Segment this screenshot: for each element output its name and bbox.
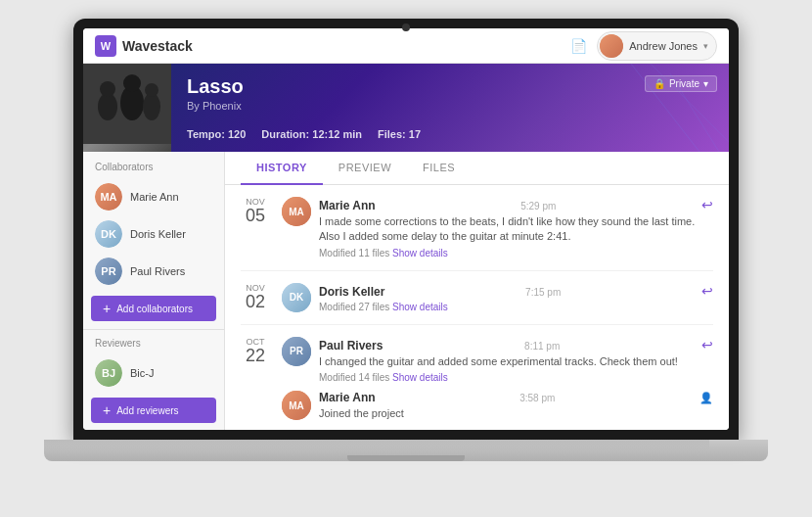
svg-point-6 bbox=[145, 83, 158, 97]
entry-text: I changed the guitar and added some expe… bbox=[319, 354, 713, 369]
reviewer-item-bicj[interactable]: BJ Bic-J bbox=[83, 354, 224, 392]
entry-text: Joined the project bbox=[319, 406, 713, 421]
svg-point-2 bbox=[100, 81, 115, 97]
collab-name: Paul Rivers bbox=[130, 265, 185, 277]
logo-text: Wavestack bbox=[122, 38, 193, 54]
entry-time: 5:29 pm bbox=[520, 201, 556, 212]
avatar bbox=[600, 34, 623, 58]
entries-group: PR Paul Rivers 8:11 pm ↩ bbox=[282, 337, 713, 422]
collab-item-paul[interactable]: PR Paul Rivers bbox=[83, 253, 224, 290]
user-icon: 👤 bbox=[699, 392, 713, 404]
entry-header: Paul Rivers 8:11 pm ↩ bbox=[319, 337, 713, 352]
private-badge[interactable]: 🔒 Private ▾ bbox=[645, 75, 717, 92]
svg-point-4 bbox=[123, 74, 141, 92]
collab-item-marie[interactable]: MA Marie Ann bbox=[83, 178, 224, 215]
project-image bbox=[83, 64, 171, 152]
entry-meta: Modified 11 files Show details bbox=[319, 248, 713, 258]
history-group-nov05: Nov 05 MA Marie Ann 5:29 p bbox=[241, 185, 713, 271]
avatar: BJ bbox=[95, 359, 122, 387]
svg-point-5 bbox=[143, 93, 160, 120]
duration-meta: Duration: 12:12 min bbox=[261, 128, 362, 140]
avatar: PR bbox=[95, 258, 122, 285]
svg-point-3 bbox=[120, 85, 144, 120]
avatar: MA bbox=[95, 183, 122, 211]
project-image-inner bbox=[83, 64, 171, 152]
content-panel: HISTORY PREVIEW FILES Nov 05 bbox=[225, 152, 729, 430]
date-badge: Nov 05 bbox=[241, 197, 270, 258]
avatar: PR bbox=[282, 337, 311, 366]
collaborators-title: Collaborators bbox=[83, 162, 224, 178]
add-reviewers-button[interactable]: + Add reviewers bbox=[91, 398, 216, 423]
history-group-nov02: Nov 02 DK Doris Keller 7:1 bbox=[241, 271, 713, 325]
tab-preview[interactable]: PREVIEW bbox=[323, 152, 407, 185]
entry-header: Marie Ann 5:29 pm ↩ bbox=[319, 197, 713, 212]
entry-name: Marie Ann bbox=[319, 199, 376, 212]
date-badge: Nov 02 bbox=[241, 283, 270, 312]
entry-time: 3:58 pm bbox=[519, 393, 555, 403]
main-content: Collaborators MA Marie Ann DK Doris Kell… bbox=[83, 152, 729, 430]
entry-body: Marie Ann 3:58 pm 👤 Joined the project bbox=[319, 391, 713, 421]
plus-icon: + bbox=[103, 403, 111, 417]
show-details-link[interactable]: Show details bbox=[392, 372, 448, 383]
sync-icon: ↩ bbox=[701, 197, 713, 212]
project-header: Lasso By Phoenix Tempo: 120 Duration: 12… bbox=[83, 64, 729, 152]
tab-history[interactable]: HISTORY bbox=[241, 152, 323, 185]
avatar: MA bbox=[282, 197, 311, 226]
history-entry: PR Paul Rivers 8:11 pm ↩ bbox=[282, 337, 713, 383]
tabs: HISTORY PREVIEW FILES bbox=[225, 152, 729, 185]
entry-name: Marie Ann bbox=[319, 391, 376, 404]
user-badge[interactable]: Andrew Jones ▾ bbox=[597, 31, 717, 61]
laptop-screen: W Wavestack 📄 Andrew Jones ▾ bbox=[83, 28, 729, 430]
bell-icon[interactable]: 📄 bbox=[570, 38, 587, 54]
entry-meta: Modified 14 files Show details bbox=[319, 372, 713, 383]
sidebar-divider bbox=[83, 329, 224, 330]
history-feed: Nov 05 MA Marie Ann 5:29 p bbox=[225, 185, 729, 430]
entry-time: 7:15 pm bbox=[525, 287, 561, 298]
sync-icon: ↩ bbox=[701, 283, 713, 299]
chevron-down-icon: ▾ bbox=[703, 41, 708, 51]
collab-name: Bic-J bbox=[130, 367, 154, 379]
laptop-reflection bbox=[44, 440, 709, 451]
entry-name: Paul Rivers bbox=[319, 339, 383, 352]
laptop-container: W Wavestack 📄 Andrew Jones ▾ bbox=[54, 19, 758, 498]
history-group-oct22: Oct 22 PR bbox=[241, 325, 713, 430]
plus-icon: + bbox=[103, 302, 111, 315]
history-entry: DK Doris Keller 7:15 pm ↩ Modified 27 fi… bbox=[282, 283, 713, 312]
laptop-base bbox=[44, 440, 768, 461]
project-meta: Tempo: 120 Duration: 12:12 min Files: 17 bbox=[187, 128, 713, 140]
avatar: MA bbox=[282, 391, 311, 420]
collab-name: Doris Keller bbox=[130, 228, 186, 240]
date-badge: Oct 22 bbox=[241, 337, 270, 422]
svg-rect-0 bbox=[83, 64, 171, 144]
avatar: DK bbox=[282, 283, 311, 312]
entry-meta: Modified 27 files Show details bbox=[319, 302, 713, 312]
sidebar: Collaborators MA Marie Ann DK Doris Kell… bbox=[83, 152, 225, 430]
history-entry-joined: MA Marie Ann 3:58 pm 👤 bbox=[282, 391, 713, 421]
project-info: Lasso By Phoenix Tempo: 120 Duration: 12… bbox=[171, 64, 729, 152]
show-details-link[interactable]: Show details bbox=[392, 302, 448, 312]
entry-time: 8:11 pm bbox=[524, 341, 560, 352]
add-collaborators-button[interactable]: + Add collaborators bbox=[91, 296, 216, 321]
reviewers-title: Reviewers bbox=[83, 338, 224, 354]
entry-body: Marie Ann 5:29 pm ↩ I made some correcti… bbox=[319, 197, 713, 258]
logo-icon: W bbox=[95, 35, 116, 57]
history-entry: MA Marie Ann 5:29 pm ↩ I made some corre… bbox=[282, 197, 713, 258]
entry-body: Paul Rivers 8:11 pm ↩ I changed the guit… bbox=[319, 337, 713, 383]
tab-files[interactable]: FILES bbox=[407, 152, 471, 185]
entry-header: Marie Ann 3:58 pm 👤 bbox=[319, 391, 713, 404]
entry-body: Doris Keller 7:15 pm ↩ Modified 27 files… bbox=[319, 283, 713, 312]
laptop-bezel: W Wavestack 📄 Andrew Jones ▾ bbox=[73, 19, 739, 440]
history-group-inner: Oct 22 PR bbox=[241, 337, 713, 422]
entry-text: I made some corrections to the beats, I … bbox=[319, 214, 713, 245]
collab-name: Marie Ann bbox=[130, 191, 179, 203]
files-meta: Files: 17 bbox=[378, 128, 421, 140]
entry-header: Doris Keller 7:15 pm ↩ bbox=[319, 283, 713, 299]
project-artist: By Phoenix bbox=[187, 100, 713, 112]
app-header: W Wavestack 📄 Andrew Jones ▾ bbox=[83, 28, 729, 64]
header-icons: 📄 Andrew Jones ▾ bbox=[570, 31, 717, 61]
show-details-link[interactable]: Show details bbox=[392, 248, 448, 258]
collab-item-doris[interactable]: DK Doris Keller bbox=[83, 215, 224, 253]
app-logo: W Wavestack bbox=[95, 35, 193, 57]
entry-name: Doris Keller bbox=[319, 285, 384, 299]
user-name: Andrew Jones bbox=[629, 40, 698, 52]
